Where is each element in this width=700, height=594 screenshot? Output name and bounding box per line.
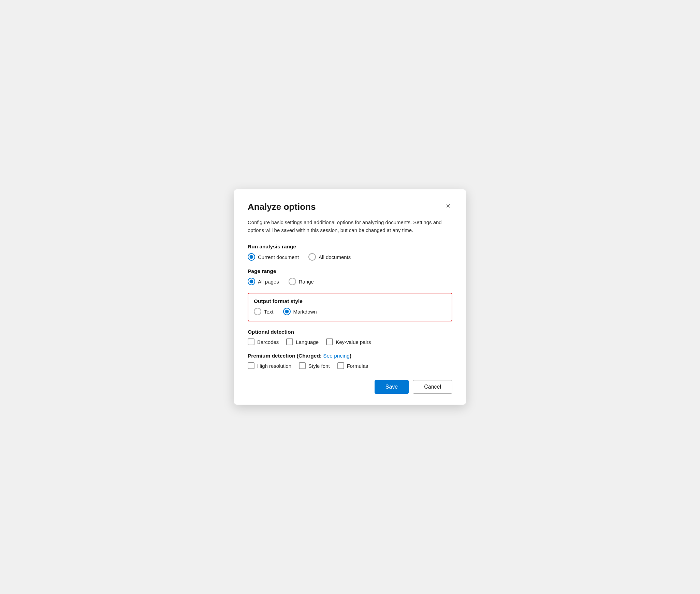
range-label: Range	[299, 279, 314, 285]
close-button[interactable]: ×	[444, 202, 452, 211]
markdown-label: Markdown	[293, 309, 317, 315]
optional-detection-checkbox-group: Barcodes Language Key-value pairs	[248, 338, 452, 345]
markdown-option[interactable]: Markdown	[283, 308, 317, 315]
page-range-radio-group: All pages Range	[248, 278, 452, 285]
premium-detection-checkbox-group: High resolution Style font Formulas	[248, 362, 452, 369]
range-radio[interactable]	[289, 278, 296, 285]
barcodes-option[interactable]: Barcodes	[248, 338, 279, 345]
language-label: Language	[296, 339, 319, 345]
style-font-checkbox[interactable]	[299, 362, 306, 369]
premium-detection-title: Premium detection (Charged: See pricing)	[248, 353, 452, 359]
current-document-label: Current document	[258, 254, 299, 260]
text-option[interactable]: Text	[254, 308, 274, 315]
optional-detection-section: Optional detection Barcodes Language Key…	[248, 329, 452, 345]
text-radio[interactable]	[254, 308, 261, 315]
all-pages-radio[interactable]	[248, 278, 255, 285]
output-format-radio-group: Text Markdown	[254, 308, 446, 315]
run-analysis-title: Run analysis range	[248, 244, 452, 250]
optional-detection-title: Optional detection	[248, 329, 452, 335]
language-checkbox[interactable]	[286, 338, 293, 345]
analyze-options-dialog: Analyze options × Configure basic settin…	[234, 189, 466, 405]
cancel-button[interactable]: Cancel	[413, 380, 452, 394]
all-documents-label: All documents	[319, 254, 351, 260]
dialog-footer: Save Cancel	[248, 380, 452, 394]
text-label: Text	[264, 309, 274, 315]
range-option[interactable]: Range	[289, 278, 314, 285]
formulas-label: Formulas	[347, 363, 368, 369]
dialog-title: Analyze options	[248, 202, 316, 212]
save-button[interactable]: Save	[375, 380, 409, 394]
all-documents-option[interactable]: All documents	[308, 253, 351, 261]
see-pricing-link[interactable]: See pricing	[323, 353, 350, 359]
current-document-radio[interactable]	[248, 253, 255, 261]
high-resolution-label: High resolution	[257, 363, 291, 369]
key-value-pairs-label: Key-value pairs	[336, 339, 371, 345]
style-font-option[interactable]: Style font	[299, 362, 330, 369]
markdown-radio[interactable]	[283, 308, 291, 315]
all-pages-option[interactable]: All pages	[248, 278, 279, 285]
premium-title-suffix: )	[350, 353, 351, 359]
premium-detection-section: Premium detection (Charged: See pricing)…	[248, 353, 452, 369]
page-range-title: Page range	[248, 268, 452, 274]
all-documents-radio[interactable]	[308, 253, 316, 261]
all-pages-label: All pages	[258, 279, 279, 285]
premium-title-prefix: Premium detection (Charged:	[248, 353, 323, 359]
barcodes-label: Barcodes	[257, 339, 279, 345]
output-format-title: Output format style	[254, 298, 446, 304]
dialog-header: Analyze options ×	[248, 202, 452, 212]
formulas-option[interactable]: Formulas	[337, 362, 368, 369]
language-option[interactable]: Language	[286, 338, 319, 345]
formulas-checkbox[interactable]	[337, 362, 344, 369]
high-resolution-checkbox[interactable]	[248, 362, 254, 369]
run-analysis-radio-group: Current document All documents	[248, 253, 452, 261]
high-resolution-option[interactable]: High resolution	[248, 362, 291, 369]
dialog-description: Configure basic settings and additional …	[248, 218, 452, 234]
key-value-pairs-checkbox[interactable]	[326, 338, 333, 345]
barcodes-checkbox[interactable]	[248, 338, 254, 345]
run-analysis-section: Run analysis range Current document All …	[248, 244, 452, 261]
current-document-option[interactable]: Current document	[248, 253, 299, 261]
style-font-label: Style font	[308, 363, 330, 369]
key-value-pairs-option[interactable]: Key-value pairs	[326, 338, 371, 345]
output-format-section: Output format style Text Markdown	[248, 293, 452, 321]
page-range-section: Page range All pages Range	[248, 268, 452, 285]
